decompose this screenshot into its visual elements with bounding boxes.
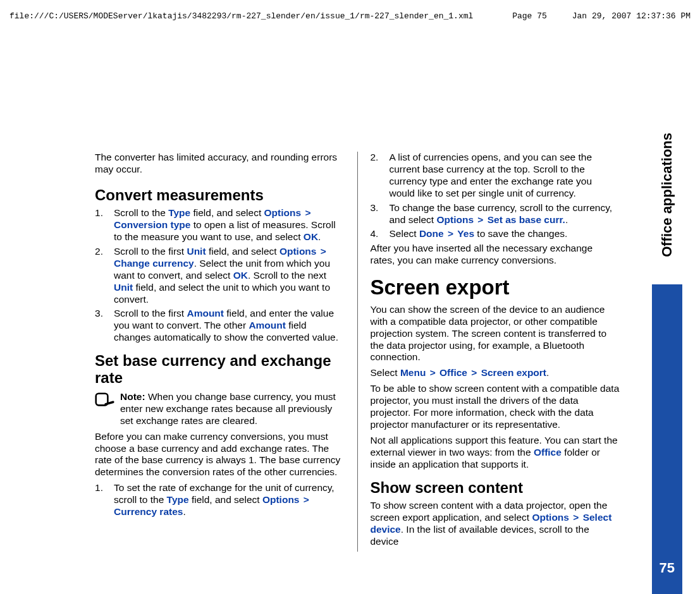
- keyword-change-currency: Change currency: [114, 258, 194, 269]
- arrow-icon: >: [476, 214, 484, 225]
- arrow-icon: >: [446, 228, 455, 239]
- list-item: Select Done > Yes to save the changes.: [370, 228, 620, 240]
- keyword-menu: Menu: [400, 367, 426, 378]
- keyword-screen-export: Screen export: [481, 367, 546, 378]
- heading-screen-export: Screen export: [370, 277, 620, 299]
- list-item: To set the rate of exchange for the unit…: [95, 482, 345, 518]
- body-text: Select Menu > Office > Screen export.: [370, 367, 620, 379]
- column-divider: [357, 152, 358, 552]
- keyword-type: Type: [167, 494, 189, 505]
- keyword-currency-rates: Currency rates: [114, 506, 183, 517]
- right-column: A list of currencies opens, and you can …: [370, 152, 620, 552]
- keyword-options: Options: [279, 246, 317, 257]
- arrow-icon: >: [470, 367, 478, 378]
- keyword-options: Options: [262, 494, 300, 505]
- page-indicator: Page 75: [512, 11, 547, 21]
- heading-set-base-currency: Set base currency and exchange rate: [95, 353, 345, 386]
- body-text: You can show the screen of the device to…: [370, 304, 620, 364]
- keyword-done: Done: [419, 228, 444, 239]
- keyword-set-as-base: Set as base curr.: [488, 214, 565, 225]
- keyword-amount: Amount: [249, 320, 286, 330]
- arrow-icon: >: [304, 207, 312, 218]
- note-text: Note: When you change base currency, you…: [120, 391, 345, 427]
- keyword-type: Type: [168, 207, 190, 218]
- note-block: Note: When you change base currency, you…: [95, 391, 345, 431]
- section-tab-label: Office applications: [659, 133, 675, 257]
- left-column: The converter has limited accuracy, and …: [95, 152, 345, 552]
- keyword-yes: Yes: [457, 228, 474, 239]
- keyword-office: Office: [534, 447, 562, 458]
- body-text: To be able to show screen content with a…: [370, 383, 620, 431]
- keyword-office: Office: [439, 367, 467, 378]
- keyword-ok: OK: [233, 270, 248, 281]
- print-header: file:///C:/USERS/MODEServer/lkatajis/348…: [0, 11, 700, 21]
- arrow-icon: >: [429, 367, 437, 378]
- heading-convert-measurements: Convert measurements: [95, 187, 345, 203]
- list-item: Scroll to the first Unit field, and sele…: [95, 246, 345, 306]
- keyword-unit: Unit: [114, 282, 133, 293]
- currency-steps-list-cont: A list of currencies opens, and you can …: [370, 152, 620, 240]
- keyword-amount: Amount: [187, 308, 224, 318]
- currency-steps-list: To set the rate of exchange for the unit…: [95, 482, 345, 518]
- list-item: Scroll to the Type field, and select Opt…: [95, 207, 345, 243]
- timestamp: Jan 29, 2007 12:37:36 PM: [572, 11, 691, 21]
- arrow-icon: >: [319, 246, 328, 257]
- heading-show-screen-content: Show screen content: [370, 480, 620, 496]
- convert-steps-list: Scroll to the Type field, and select Opt…: [95, 207, 345, 344]
- body-text: Not all applications support this featur…: [370, 435, 620, 471]
- page-body: The converter has limited accuracy, and …: [95, 152, 620, 552]
- keyword-unit: Unit: [187, 246, 206, 257]
- keyword-ok: OK: [304, 231, 318, 242]
- intro-text: The converter has limited accuracy, and …: [95, 152, 345, 176]
- keyword-options: Options: [532, 512, 569, 523]
- body-text: Before you can make currency conversions…: [95, 431, 345, 479]
- body-text: After you have inserted all the necessar…: [370, 243, 620, 267]
- list-item: A list of currencies opens, and you can …: [370, 152, 620, 200]
- page-number: 75: [660, 560, 675, 576]
- file-path: file:///C:/USERS/MODEServer/lkatajis/348…: [9, 11, 512, 21]
- keyword-options: Options: [264, 207, 302, 218]
- note-icon: [95, 391, 116, 408]
- keyword-options: Options: [436, 214, 474, 225]
- section-tab: Office applications: [652, 133, 682, 257]
- arrow-icon: >: [572, 512, 580, 523]
- list-item: To change the base currency, scroll to t…: [370, 202, 620, 226]
- body-text: To show screen content with a data proje…: [370, 500, 620, 548]
- list-item: Scroll to the first Amount field, and en…: [95, 308, 345, 344]
- sidebar-band: [652, 284, 682, 594]
- keyword-conversion-type: Conversion type: [114, 219, 190, 230]
- arrow-icon: >: [302, 494, 310, 505]
